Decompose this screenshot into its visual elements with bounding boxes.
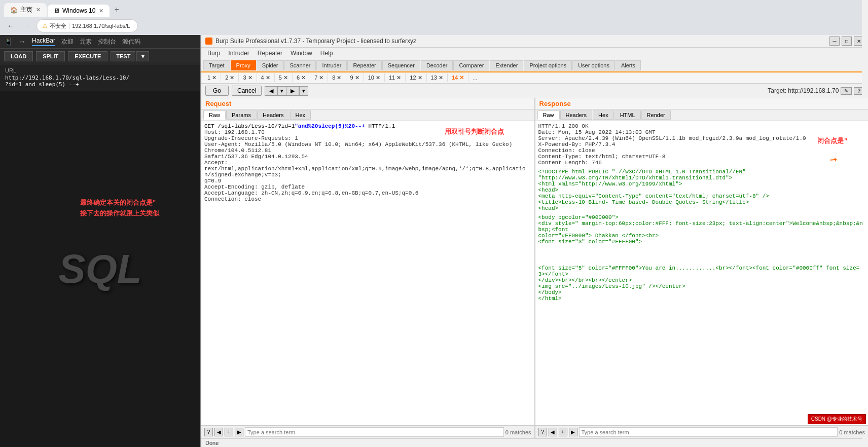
address-text: 192.168.1.70/sql-labs/L xyxy=(72,23,130,29)
resp-line-cl: Content-Length: 746 xyxy=(538,160,865,166)
devtools-tab-hackbar[interactable]: HackBar xyxy=(32,37,55,46)
req-tab-headers[interactable]: Headers xyxy=(257,110,290,120)
test-button[interactable]: TEST xyxy=(111,51,135,61)
tab-alerts[interactable]: Alerts xyxy=(616,60,641,70)
nav-dropdown2[interactable]: ▾ xyxy=(299,86,308,96)
req-search-next[interactable]: ▶ xyxy=(235,428,243,436)
response-matches-label: 0 matches xyxy=(839,429,865,435)
tab-intruder[interactable]: Intruder xyxy=(316,60,347,70)
security-warning-icon: ⚠ xyxy=(42,22,48,29)
request-search-input[interactable] xyxy=(245,427,504,437)
devtools-tab-source[interactable]: 源代码 xyxy=(122,38,140,46)
rtab-14[interactable]: 14 ✕ xyxy=(448,73,468,82)
tab-sequencer[interactable]: Sequencer xyxy=(382,60,420,70)
req-search-prev[interactable]: ◀ xyxy=(214,428,223,436)
nav-prev[interactable]: ◀ xyxy=(265,86,277,96)
burp-statusbar: Done xyxy=(201,438,868,447)
rtab-7[interactable]: 7 ✕ xyxy=(310,73,328,82)
devtools-tab-icon1[interactable]: 📱 xyxy=(4,38,13,46)
tab-close-home[interactable]: ✕ xyxy=(36,7,41,13)
resp-search-help[interactable]: ? xyxy=(538,428,547,436)
resp-tab-hex[interactable]: Hex xyxy=(593,110,614,120)
menu-repeater[interactable]: Repeater xyxy=(254,49,286,58)
response-search-input[interactable] xyxy=(579,427,838,437)
request-content: GET /sql-labs/Less-10/?id=1"and%20sleep(… xyxy=(201,121,534,425)
rtab-4[interactable]: 4 ✕ xyxy=(257,73,275,82)
rtab-11[interactable]: 11 ✕ xyxy=(385,73,406,82)
new-tab-button[interactable]: + xyxy=(111,4,123,16)
nav-dropdown[interactable]: ▾ xyxy=(277,86,286,96)
browser-tab-windows10[interactable]: 🖥 Windows 10 ✕ xyxy=(48,5,110,17)
resp-tab-render[interactable]: Render xyxy=(641,110,671,120)
rtab-2[interactable]: 2 ✕ xyxy=(221,73,239,82)
tab-close-windows[interactable]: ✕ xyxy=(99,8,103,14)
forward-button[interactable]: → xyxy=(20,19,33,32)
nav-arrows: ◀ ▾ ▶ ▾ xyxy=(265,86,308,96)
load-button[interactable]: LOAD xyxy=(4,51,33,61)
tab-target[interactable]: Target xyxy=(203,60,230,70)
rtab-more[interactable]: ... xyxy=(468,74,481,82)
tab-comparer[interactable]: Comparer xyxy=(453,60,489,70)
rtab-1[interactable]: 1 ✕ xyxy=(203,73,221,82)
home-icon: 🏠 xyxy=(10,7,18,14)
devtools-tab-icon2[interactable]: ↔ xyxy=(19,38,26,46)
target-label-text: Target: http://192.168.1.70 xyxy=(768,87,839,94)
split-button[interactable]: SPLIT xyxy=(36,51,65,61)
window-controls: ─ □ ✕ xyxy=(829,36,864,46)
menu-help[interactable]: Help xyxy=(316,49,337,58)
resp-tab-html[interactable]: HTML xyxy=(614,110,641,120)
rtab-12[interactable]: 12 ✕ xyxy=(406,73,426,82)
resp-search-prev[interactable]: ◀ xyxy=(549,428,557,436)
req-search-add[interactable]: + xyxy=(225,428,233,436)
cancel-button[interactable]: Cancel xyxy=(232,86,262,96)
menu-intruder[interactable]: Intruder xyxy=(224,49,253,58)
devtools-tab-elements[interactable]: 元素 xyxy=(80,38,92,46)
req-tab-raw[interactable]: Raw xyxy=(203,110,226,120)
menu-window[interactable]: Window xyxy=(286,49,316,58)
rtab-6[interactable]: 6 ✕ xyxy=(293,73,310,82)
tab-scanner[interactable]: Scanner xyxy=(284,60,316,70)
resp-tab-headers[interactable]: Headers xyxy=(560,110,593,120)
request-search-bar: ? ◀ + ▶ 0 matches xyxy=(201,425,534,438)
req-tab-hex[interactable]: Hex xyxy=(290,110,311,120)
rtab-5[interactable]: 5 ✕ xyxy=(275,73,293,82)
nav-next[interactable]: ▶ xyxy=(286,86,299,96)
resp-search-next[interactable]: ▶ xyxy=(569,428,577,436)
tab-decoder[interactable]: Decoder xyxy=(421,60,453,70)
go-button[interactable]: Go xyxy=(205,86,229,96)
target-edit-button[interactable]: ✎ xyxy=(841,87,852,95)
tab-user-options[interactable]: User options xyxy=(572,60,615,70)
test-arrow[interactable]: ▼ xyxy=(136,51,149,61)
minimize-button[interactable]: ─ xyxy=(829,36,840,46)
maximize-button[interactable]: □ xyxy=(842,36,852,46)
req-tab-params[interactable]: Params xyxy=(226,110,257,120)
rtab-3[interactable]: 3 ✕ xyxy=(239,73,257,82)
menu-burp[interactable]: Burp xyxy=(203,49,224,58)
tab-project-options[interactable]: Project options xyxy=(524,60,572,70)
resp-html-10: color="#FF0000"> Dhakkan </font><br> xyxy=(538,233,865,239)
rtab-9[interactable]: 9 ✕ xyxy=(346,73,364,82)
devtools-tab-welcome[interactable]: 欢迎 xyxy=(61,38,74,46)
resp-search-add[interactable]: + xyxy=(559,428,567,436)
req-search-help[interactable]: ? xyxy=(204,428,213,436)
request-matches-label: 0 matches xyxy=(505,429,531,435)
annotation-main: 最终确定本关的闭合点是" 接下去的操作就跟上关类似 xyxy=(80,198,159,219)
windows-icon: 🖥 xyxy=(54,7,60,14)
tab-extender[interactable]: Extender xyxy=(490,60,523,70)
tab-spider[interactable]: Spider xyxy=(257,60,284,70)
req-line-9: Accept-Encoding: gzip, deflate xyxy=(204,184,531,190)
tab-proxy[interactable]: Proxy xyxy=(231,60,256,70)
address-bar[interactable]: ⚠ 不安全 | 192.168.1.70/sql-labs/L xyxy=(37,19,138,32)
test-dropdown[interactable]: TEST ▼ xyxy=(111,51,149,61)
resp-tab-raw[interactable]: Raw xyxy=(537,110,560,120)
burp-main-tabs: Target Proxy Spider Scanner Intruder Rep… xyxy=(201,59,868,72)
execute-button[interactable]: EXECUTE xyxy=(68,51,107,61)
rtab-13[interactable]: 13 ✕ xyxy=(427,73,448,82)
browser-tab-home[interactable]: 🏠 主页 ✕ xyxy=(4,3,47,17)
devtools-tab-console[interactable]: 控制台 xyxy=(98,38,116,46)
back-button[interactable]: ← xyxy=(4,19,17,32)
hackbar-toolbar: LOAD SPLIT EXECUTE TEST ▼ xyxy=(0,49,200,64)
tab-repeater[interactable]: Repeater xyxy=(347,60,381,70)
rtab-10[interactable]: 10 ✕ xyxy=(364,73,385,82)
rtab-8[interactable]: 8 ✕ xyxy=(328,73,346,82)
